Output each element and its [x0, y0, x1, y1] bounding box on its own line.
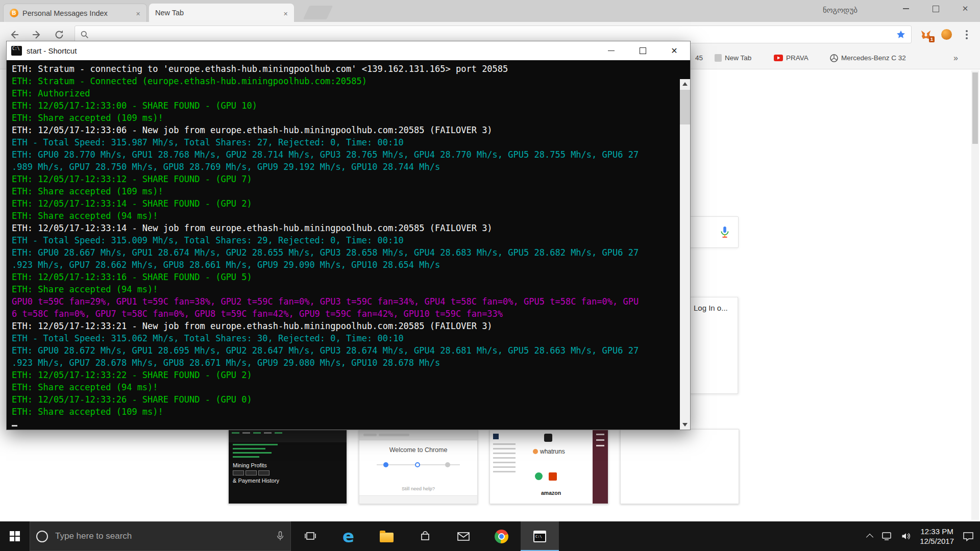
tab-personal-messages[interactable]: Personal Messages Index [3, 4, 147, 22]
scroll-up-button[interactable] [680, 79, 690, 89]
console-line: ETH - Total Speed: 315.009 Mh/s, Total S… [12, 234, 678, 246]
profile-name-button[interactable]: ნოგოდუბ [823, 6, 857, 15]
start-button[interactable] [0, 521, 30, 551]
taskbar-mic-icon[interactable] [276, 531, 284, 541]
chevron-right-icon: » [953, 54, 958, 63]
console-line: .923 Mh/s, GPU7 28.678 Mh/s, GPU8 28.671… [12, 357, 678, 369]
console-line: ETH: Share accepted (109 ms)! [12, 112, 678, 124]
folder-icon [380, 533, 394, 542]
edge-button[interactable] [329, 521, 368, 551]
console-close-button[interactable] [658, 41, 690, 60]
browser-window-controls [891, 0, 980, 17]
maximize-icon [640, 47, 646, 54]
tab-close-icon[interactable] [134, 9, 142, 17]
edge-icon [342, 528, 354, 545]
command-prompt-button[interactable] [521, 521, 559, 551]
browser-close-button[interactable] [950, 0, 980, 17]
browser-maximize-button[interactable] [921, 0, 950, 17]
clock-time: 12:33 PM [920, 527, 954, 536]
action-center-icon[interactable] [963, 532, 974, 541]
tile-mining-pool[interactable]: Mining Profits & Payment History [228, 429, 347, 504]
new-tab-button[interactable] [303, 6, 333, 19]
scroll-down-button[interactable] [680, 420, 690, 430]
thumbnail-footer-bar [359, 495, 477, 504]
console-line: ETH: 12/05/17-12:33:21 - New job from eu… [12, 320, 678, 332]
tab-new-tab[interactable]: New Tab [149, 4, 294, 22]
address-bar[interactable] [93, 30, 892, 39]
console-line: ETH: GPU0 28.770 Mh/s, GPU1 28.768 Mh/s,… [12, 148, 678, 161]
taskbar-clock[interactable]: 12:33 PM 12/5/2017 [920, 527, 954, 546]
youtube-icon [774, 55, 783, 61]
office-app-icon [549, 472, 557, 481]
cmd-window-icon [11, 46, 22, 56]
browser-minimize-button[interactable] [891, 0, 921, 17]
scrollbar-thumb[interactable] [680, 90, 690, 124]
console-window-title: start - Shortcut [27, 46, 591, 55]
metamask-extension-button[interactable]: 1 [916, 24, 936, 45]
console-line: ETH - Total Speed: 315.987 Mh/s, Total S… [12, 136, 678, 148]
console-line: ETH: Stratum - connecting to 'europe.eth… [12, 63, 678, 75]
clock-date: 12/5/2017 [920, 536, 954, 546]
bookmark-label: New Tab [725, 54, 751, 62]
console-body: ETH: Stratum - connecting to 'europe.eth… [7, 60, 690, 430]
volume-icon[interactable] [901, 532, 911, 541]
console-maximize-button[interactable] [627, 41, 658, 60]
bookmark-clipped[interactable]: 45 [695, 47, 703, 69]
taskbar-search-box[interactable] [30, 521, 291, 551]
tile-text: whatruns [533, 448, 565, 455]
tile-whatruns[interactable]: whatruns amazon [489, 429, 608, 504]
tab-title: Personal Messages Index [22, 9, 130, 17]
tile-text: Still need help? [359, 486, 477, 491]
thumbnail-browser-bar [359, 430, 477, 440]
console-line: ETH: Share accepted (94 ms)! [12, 283, 678, 295]
mail-button[interactable] [444, 521, 482, 551]
tile-text: Mining Profits [233, 462, 267, 468]
tile-text: & Payment History [233, 478, 279, 484]
search-icon [80, 30, 89, 39]
console-window-controls [595, 41, 690, 60]
scrollbar-thumb[interactable] [972, 72, 978, 144]
bitcoin-favicon [10, 9, 18, 17]
console-line: ETH: 12/05/17-12:33:26 - SHARE FOUND - (… [12, 393, 678, 406]
bookmark-new-tab[interactable]: New Tab [715, 47, 751, 69]
tab-strip: Personal Messages Index New Tab ნოგოდუბ [0, 0, 980, 22]
tab-close-icon[interactable] [281, 9, 290, 17]
tile-welcome-chrome[interactable]: Welcome to Chrome Still need help? [359, 429, 478, 504]
extension-button[interactable] [936, 24, 957, 45]
tile-empty[interactable] [620, 429, 739, 504]
console-line: ETH: Share accepted (109 ms)! [12, 185, 678, 197]
tray-chevron-up-icon[interactable] [866, 534, 873, 541]
page-scrollbar[interactable] [971, 70, 979, 520]
bookmark-star-icon[interactable] [896, 30, 906, 40]
console-line: .923 Mh/s, GPU7 28.662 Mh/s, GPU8 28.661… [12, 259, 678, 271]
command-prompt-icon [533, 531, 546, 542]
bookmarks-overflow-button[interactable]: » [953, 47, 958, 69]
task-view-button[interactable] [291, 521, 329, 551]
console-line: ETH: 12/05/17-12:33:16 - SHARE FOUND - (… [12, 271, 678, 283]
chrome-button[interactable] [482, 521, 521, 551]
taskbar-search-input[interactable] [54, 531, 270, 542]
bookmark-prava[interactable]: PRAVA [774, 47, 808, 69]
console-line: 6 t=58C fan=0%, GPU7 t=58C fan=0%, GPU8 … [12, 308, 678, 320]
network-icon[interactable] [881, 532, 892, 541]
console-title-bar[interactable]: start - Shortcut [7, 41, 690, 60]
bookmark-mercedes[interactable]: Mercedes-Benz C 32 [830, 47, 906, 69]
most-visited-tiles: Mining Profits & Payment History Welcome… [228, 429, 739, 504]
login-suggestion-card[interactable]: Log In o... [688, 297, 738, 394]
console-line: ETH: Stratum - Connected (europe.ethash-… [12, 75, 678, 87]
bookmark-label: PRAVA [786, 54, 808, 62]
browser-menu-button[interactable] [957, 24, 977, 45]
console-line: ETH - Total Speed: 315.062 Mh/s, Total S… [12, 332, 678, 344]
mercedes-icon [830, 54, 838, 62]
chrome-icon [495, 530, 508, 543]
console-line: ETH: GPU0 28.672 Mh/s, GPU1 28.695 Mh/s,… [12, 344, 678, 357]
thumbnail-buttons [233, 470, 270, 475]
console-line: GPU0 t=59C fan=29%, GPU1 t=59C fan=38%, … [12, 295, 678, 308]
voice-search-mic-icon[interactable] [719, 226, 731, 239]
store-bag-icon [420, 531, 431, 542]
store-button[interactable] [406, 521, 444, 551]
bookmark-label: 45 [695, 54, 703, 62]
console-minimize-button[interactable] [595, 41, 627, 60]
console-scrollbar[interactable] [680, 79, 690, 430]
file-explorer-button[interactable] [368, 521, 406, 551]
